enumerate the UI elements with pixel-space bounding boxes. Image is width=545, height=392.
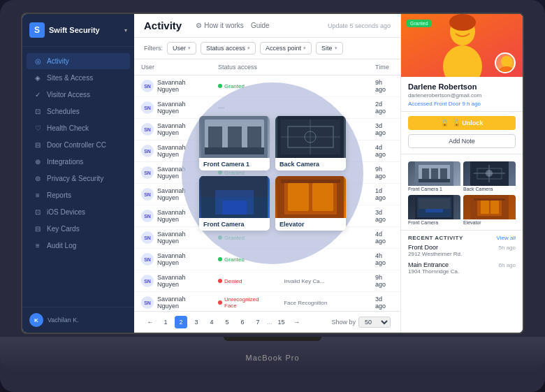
show-by-select[interactable]: 10 25 50 100 [358,317,391,328]
avatar: SN [141,275,154,287]
filters-bar: Filters: User ▾ Status access ▾ Access p… [134,38,400,59]
keycards-icon: ⊟ [34,225,42,233]
thumb-img-corridor [463,161,516,186]
sidebar-item-visitor[interactable]: ✓ Visitor Access [27,87,130,103]
sidebar-item-label: Health Check [47,124,89,132]
col-user: User [134,59,211,75]
sidebar-item-door-controller[interactable]: ⊟ Door Controller CC [27,137,130,153]
next-page-button[interactable]: → [291,316,303,328]
activity-item: Front Door 5h ago 2912 Westheimer Rd. [408,244,516,257]
sidebar-item-label: iOS Devices [47,208,85,216]
laptop-bottom: MacBook Pro [0,337,545,372]
sidebar-item-ios[interactable]: ⊡ iOS Devices [27,204,130,220]
sidebar-item-keycards[interactable]: ⊟ Key Cards [27,221,130,237]
guide-link[interactable]: Guide [251,22,270,29]
svg-rect-9 [431,168,438,179]
update-text: Update 5 seconds ago [328,22,391,29]
page-15-button[interactable]: 15 [275,316,288,328]
sidebar-item-audit[interactable]: ≡ Audit Log [27,238,130,254]
table-row[interactable]: SNSavannah Nguyen Granted 9h ago [134,162,400,184]
sites-icon: ◈ [34,74,42,82]
chevron-down-icon: ▾ [335,45,337,51]
view-all-link[interactable]: View all [497,235,516,241]
integrations-icon: ⊕ [34,158,42,166]
filter-site[interactable]: Site ▾ [316,42,343,55]
thumb-label: Elevator [463,219,516,226]
table-row[interactable]: SNSavannah Nguyen Unrecognized Face Face… [134,292,400,312]
thumb-img-elevator [463,195,516,219]
status-dot-green [218,170,222,175]
thumb-front-camera[interactable]: Front Camera [408,195,460,226]
page-3-button[interactable]: 3 [190,316,203,328]
activity-icon: ◎ [34,57,42,65]
health-icon: ♡ [34,124,42,132]
filters-label: Filters: [144,45,163,52]
sidebar-item-privacy[interactable]: ⊜ Privacy & Security [27,170,130,187]
avatar: SN [141,296,154,309]
filter-access-point[interactable]: Access point ▾ [260,42,312,55]
page-6-button[interactable]: 6 [236,316,249,328]
status-dot-green [218,257,222,261]
sidebar-item-reports[interactable]: ≡ Reports [27,187,130,203]
svg-point-4 [501,56,512,67]
col-time: Time [368,59,400,75]
table-row[interactable]: SNSavannah Nguyen Granted 4d ago [134,227,400,249]
table-row[interactable]: SNSavannah Nguyen — 2d ago [134,97,400,119]
page-1-button[interactable]: 1 [159,316,172,328]
filter-user[interactable]: User ▾ [167,42,196,55]
table-row[interactable]: SNSavannah Nguyen Denied Invalid Key Ca.… [134,270,400,292]
unlock-button[interactable]: 🔓 🔓 Unlock [408,116,516,130]
thumb-label: Back Camera [463,186,516,192]
thumb-back-camera[interactable]: Back Camera [463,161,516,192]
top-header: Activity ⚙ How it works Guide Update 5 s… [134,14,400,38]
right-panel: Granted Darlene Robertson darleneroberts… [400,14,523,333]
page-7-button[interactable]: 7 [252,316,264,328]
prev-page-button[interactable]: ← [144,316,157,328]
ios-icon: ⊡ [34,208,42,216]
sidebar-item-integrations[interactable]: ⊕ Integrations [27,154,130,170]
frontcam-thumbnail-svg [415,195,453,219]
table-row[interactable]: SNSavannah Nguyen — 4d ago [134,140,400,162]
thumb-grid: Front Camera 1 [408,161,516,226]
status-tag-text: Granted [410,21,428,26]
filter-status[interactable]: Status access ▾ [201,42,256,55]
chevron-down-icon: ▾ [303,45,306,51]
how-it-works-link[interactable]: ⚙ How it works [196,22,244,29]
elevator-thumbnail-svg [470,195,509,219]
activity-door: Front Door [408,244,438,251]
table-row[interactable]: SNSavannah Nguyen — 1d ago [134,184,400,205]
thumb-label: Front Camera 1 [408,186,460,192]
table-row[interactable]: SNSavannah Nguyen Granted 4h ago [134,249,400,270]
svg-rect-26 [490,201,499,214]
table-row[interactable]: SNSavannah Nguyen Granted 9h ago [134,75,400,97]
add-note-button[interactable]: Add Note [408,134,516,148]
sidebar-item-activity[interactable]: ◎ Activity [27,53,130,69]
access-door-link[interactable]: Front Door [434,101,460,107]
pagination-bar: ← 1 2 3 4 5 6 7 ... 15 → Show by 10 2 [134,311,400,333]
avatar: SN [141,123,154,136]
sidebar-user[interactable]: K Vachilan K. [22,307,134,333]
table-row[interactable]: SNSavannah Nguyen — 3d ago [134,119,400,140]
sidebar-item-sites[interactable]: ◈ Sites & Access [27,70,130,86]
panel-user-email: darlenerobertson@gmail.com [408,92,516,99]
table-row[interactable]: SNSavannah Nguyen — 3d ago [134,205,400,227]
sidebar-logo[interactable]: S Swift Security ▾ [22,14,134,47]
brand-name: Swift Security [49,26,100,34]
svg-rect-10 [440,168,447,179]
page-5-button[interactable]: 5 [221,316,233,328]
logo-icon: S [29,22,45,38]
visitor-icon: ✓ [34,91,42,99]
sidebar-item-schedules[interactable]: ⊡ Schedules [27,103,130,119]
show-by-label: Show by [331,319,356,326]
page-2-button[interactable]: 2 [175,316,187,328]
sidebar-item-health[interactable]: ♡ Health Check [27,120,130,136]
thumb-elevator[interactable]: Elevator [463,195,516,226]
status-dot-red [218,279,222,283]
laptop-screen: S Swift Security ▾ ◎ Activity ◈ Sites & … [21,13,524,334]
activity-address: 1904 Thornridge Ca. [408,268,516,275]
recent-activity: RECENT ACTIVITY View all Front Door 5h a… [401,230,523,283]
thumb-front-camera-1[interactable]: Front Camera 1 [408,161,460,192]
schedules-icon: ⊡ [34,108,42,115]
activity-time: 6h ago [499,262,516,268]
page-4-button[interactable]: 4 [205,316,218,328]
